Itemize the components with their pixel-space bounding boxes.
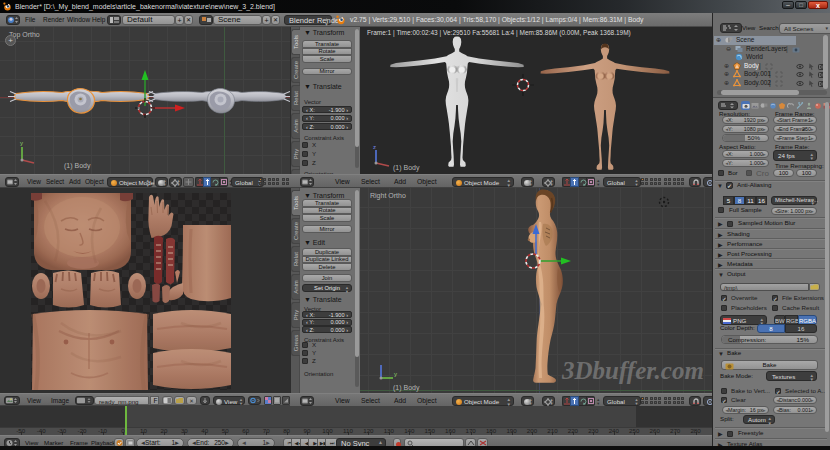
svg-text:z: z xyxy=(373,145,376,150)
svg-text:y: y xyxy=(394,371,397,377)
svg-text:y: y xyxy=(20,140,23,146)
